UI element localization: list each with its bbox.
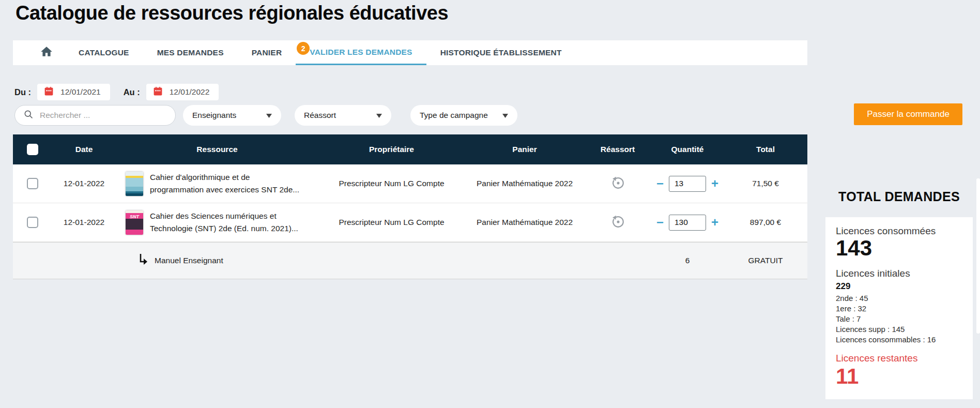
scrollbar[interactable] <box>976 178 980 334</box>
row-basket: Panier Mathématique 2022 <box>465 218 584 227</box>
row-total: 897,00 € <box>724 218 807 227</box>
license-detail-line: 2nde : 45 <box>836 293 968 304</box>
header-date: Date <box>52 145 116 154</box>
dropdown-value: Enseignants <box>192 111 236 120</box>
page-title: Catalogue de ressources régionales éduca… <box>16 2 448 24</box>
header-panier: Panier <box>465 145 584 154</box>
tab-label: VALIDER LES DEMANDES <box>310 48 412 57</box>
calendar-icon <box>43 86 54 99</box>
header-proprietaire: Propriétaire <box>318 145 465 154</box>
table-header: Date Ressource Propriétaire Panier Réass… <box>13 134 807 164</box>
row-checkbox[interactable] <box>27 217 38 228</box>
row-date: 12-01-2022 <box>52 179 116 188</box>
dropdown-reassort[interactable]: Réassort <box>295 105 391 126</box>
remaining-licenses-value: 11 <box>836 365 968 388</box>
table-subrow: Manuel Enseignant 6 GRATUIT <box>13 242 807 279</box>
consumed-licenses-value: 143 <box>836 237 968 260</box>
notification-badge: 2 <box>297 42 310 55</box>
subitem-label: Manuel Enseignant <box>155 256 223 265</box>
search-box <box>14 105 176 126</box>
tab-historique-etablissement[interactable]: HISTORIQUE ÉTABLISSEMENT <box>426 40 576 65</box>
summary-title: TOTAL DEMANDES <box>825 189 973 204</box>
chevron-down-icon <box>502 111 508 120</box>
row-basket: Panier Mathématique 2022 <box>465 179 584 188</box>
remaining-licenses-label: Licences restantes <box>836 353 968 364</box>
row-date: 12-01-2022 <box>52 218 116 227</box>
header-reassort: Réassort <box>584 145 651 154</box>
search-icon <box>23 109 34 122</box>
date-from-picker[interactable]: 12/01/2021 <box>37 84 110 100</box>
chevron-down-icon <box>266 111 272 120</box>
tab-valider-les-demandes[interactable]: 2 VALIDER LES DEMANDES <box>296 40 426 65</box>
date-to-value: 12/01/2022 <box>170 87 210 97</box>
row-total: 71,50 € <box>724 179 807 188</box>
table-row: 12-01-2022 SNT Cahier des Sciences numér… <box>13 203 807 242</box>
license-detail-line: Licences supp : 145 <box>836 324 968 335</box>
initial-licenses-value: 229 <box>836 281 968 292</box>
header-quantite: Quantité <box>651 145 724 154</box>
quantity-input[interactable] <box>669 176 706 192</box>
restore-icon <box>610 184 625 192</box>
tab-home[interactable] <box>28 40 65 65</box>
quantity-increase-button[interactable]: + <box>711 216 718 229</box>
date-to-picker[interactable]: 12/01/2022 <box>146 84 219 100</box>
quantity-decrease-button[interactable]: − <box>656 216 664 229</box>
date-from-value: 12/01/2021 <box>60 87 101 97</box>
consumed-licenses-label: Licences consommées <box>836 225 968 237</box>
reassort-button[interactable] <box>610 175 625 192</box>
subitem-quantity: 6 <box>651 256 724 265</box>
row-checkbox[interactable] <box>27 178 38 189</box>
header-ressource: Ressource <box>116 145 318 154</box>
row-owner: Prescripteur Num LG Compte <box>318 218 465 227</box>
header-total: Total <box>724 145 807 154</box>
tab-catalogue[interactable]: CATALOGUE <box>65 40 143 65</box>
resource-thumbnail: SNT <box>126 210 143 235</box>
filter-row: Enseignants Réassort Type de campagne <box>14 105 517 126</box>
license-detail-line: Tale : 7 <box>836 314 968 324</box>
subitem-total: GRATUIT <box>724 256 807 265</box>
dropdown-value: Réassort <box>304 111 336 120</box>
summary-panel: Licences consommées 143 Licences initial… <box>825 217 973 399</box>
calendar-icon <box>152 86 163 99</box>
tab-mes-demandes[interactable]: MES DEMANDES <box>143 40 238 65</box>
requests-table: Date Ressource Propriétaire Panier Réass… <box>13 134 807 279</box>
chevron-down-icon <box>376 111 382 120</box>
reassort-button[interactable] <box>610 214 625 231</box>
license-detail-line: 1ere : 32 <box>836 304 968 314</box>
resource-thumbnail <box>126 172 143 196</box>
main-nav: CATALOGUE MES DEMANDES PANIER 2 VALIDER … <box>13 40 807 65</box>
subitem-arrow-icon <box>138 253 149 268</box>
license-detail-line: Licences consommables : 16 <box>836 335 968 345</box>
order-button[interactable]: Passer la commande <box>854 103 962 125</box>
resource-title: Cahier d'algorithmique et de programmati… <box>150 171 299 196</box>
quantity-decrease-button[interactable]: − <box>656 177 664 190</box>
quantity-input[interactable] <box>669 215 706 231</box>
date-filter-row: Du : 12/01/2021 Au : 12/01/2022 <box>14 84 219 100</box>
row-owner: Prescripteur Num LG Compte <box>318 179 465 188</box>
tab-panier[interactable]: PANIER <box>238 40 296 65</box>
dropdown-value: Type de campagne <box>420 111 488 120</box>
date-from-label: Du : <box>14 87 31 97</box>
table-row: 12-01-2022 Cahier d'algorithmique et de … <box>13 164 807 203</box>
quantity-increase-button[interactable]: + <box>711 177 718 190</box>
dropdown-enseignants[interactable]: Enseignants <box>183 105 281 126</box>
restore-icon <box>610 223 625 231</box>
search-input[interactable] <box>39 110 167 120</box>
select-all-checkbox[interactable] <box>27 144 38 155</box>
date-to-label: Au : <box>124 87 140 97</box>
home-icon <box>40 45 53 61</box>
initial-licenses-label: Licences initiales <box>836 268 968 279</box>
resource-title: Cahier des Sciences numériques et Techno… <box>150 210 298 235</box>
dropdown-type-campagne[interactable]: Type de campagne <box>410 105 517 126</box>
